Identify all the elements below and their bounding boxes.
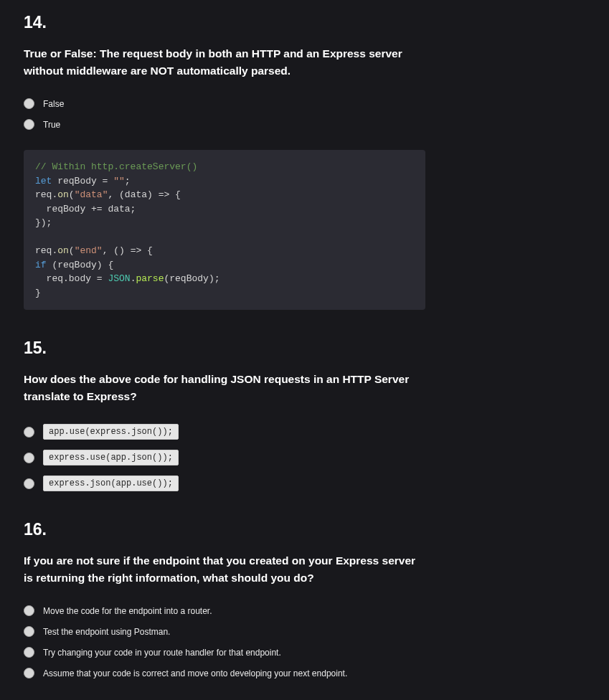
radio-icon[interactable]	[24, 668, 34, 678]
option-label: True	[43, 120, 60, 130]
radio-icon[interactable]	[24, 647, 34, 658]
option-row[interactable]: express.json(app.use());	[24, 476, 585, 491]
option-row[interactable]: Try changing your code in your route han…	[24, 647, 585, 658]
code-keyword: let	[35, 176, 52, 186]
code-method: on	[57, 245, 69, 256]
radio-icon[interactable]	[24, 98, 34, 109]
radio-icon[interactable]	[24, 626, 34, 637]
option-row[interactable]: app.use(express.json());	[24, 424, 585, 440]
code-text: reqBody += data;	[35, 204, 136, 214]
code-comment: // Within http.createServer()	[35, 161, 197, 172]
code-method: parse	[136, 273, 164, 284]
question-16: 16. If you are not sure if the endpoint …	[24, 520, 585, 678]
code-text: reqBody =	[52, 176, 113, 186]
code-text: (reqBody);	[164, 273, 219, 284]
code-text: , () => {	[103, 245, 153, 256]
code-keyword: if	[35, 260, 47, 270]
code-text: , (data) => {	[108, 189, 180, 200]
code-text: (	[69, 189, 75, 200]
option-label: Try changing your code in your route han…	[43, 648, 281, 658]
question-14: 14. True or False: The request body in b…	[24, 13, 585, 310]
option-row[interactable]: False	[24, 98, 585, 109]
option-label: Test the endpoint using Postman.	[43, 627, 170, 637]
question-number: 14.	[24, 13, 585, 32]
question-number: 15.	[24, 339, 585, 358]
code-text: }	[35, 288, 41, 298]
code-text: });	[35, 217, 52, 228]
code-class: JSON	[108, 273, 130, 284]
option-row[interactable]: Test the endpoint using Postman.	[24, 626, 585, 637]
code-snippet: // Within http.createServer() let reqBod…	[24, 150, 425, 310]
code-string: "data"	[75, 189, 108, 200]
code-string: ""	[113, 176, 125, 186]
option-row[interactable]: Assume that your code is correct and mov…	[24, 668, 585, 678]
code-method: on	[57, 189, 69, 200]
radio-icon[interactable]	[24, 605, 34, 616]
code-string: "end"	[75, 245, 103, 256]
question-text: If you are not sure if the endpoint that…	[24, 552, 425, 587]
code-text: (	[69, 245, 75, 256]
question-number: 16.	[24, 520, 585, 539]
option-label: Move the code for the endpoint into a ro…	[43, 606, 212, 616]
code-text: req.body =	[35, 273, 108, 284]
radio-icon[interactable]	[24, 119, 34, 130]
radio-icon[interactable]	[24, 427, 34, 438]
option-code-label: app.use(express.json());	[43, 424, 179, 440]
question-text: How does the above code for handling JSO…	[24, 371, 425, 405]
option-row[interactable]: express.use(app.json());	[24, 450, 585, 465]
option-code-label: express.json(app.use());	[43, 476, 179, 491]
option-row[interactable]: Move the code for the endpoint into a ro…	[24, 605, 585, 616]
option-row[interactable]: True	[24, 119, 585, 130]
radio-icon[interactable]	[24, 453, 34, 463]
option-label: False	[43, 99, 64, 109]
question-15: 15. How does the above code for handling…	[24, 339, 585, 491]
code-text: ;	[125, 176, 131, 186]
radio-icon[interactable]	[24, 478, 34, 489]
question-text: True or False: The request body in both …	[24, 45, 425, 80]
option-code-label: express.use(app.json());	[43, 450, 179, 465]
code-text: req.	[35, 245, 57, 256]
code-text: (reqBody) {	[47, 260, 114, 270]
option-label: Assume that your code is correct and mov…	[43, 668, 347, 678]
code-text: req.	[35, 189, 57, 200]
